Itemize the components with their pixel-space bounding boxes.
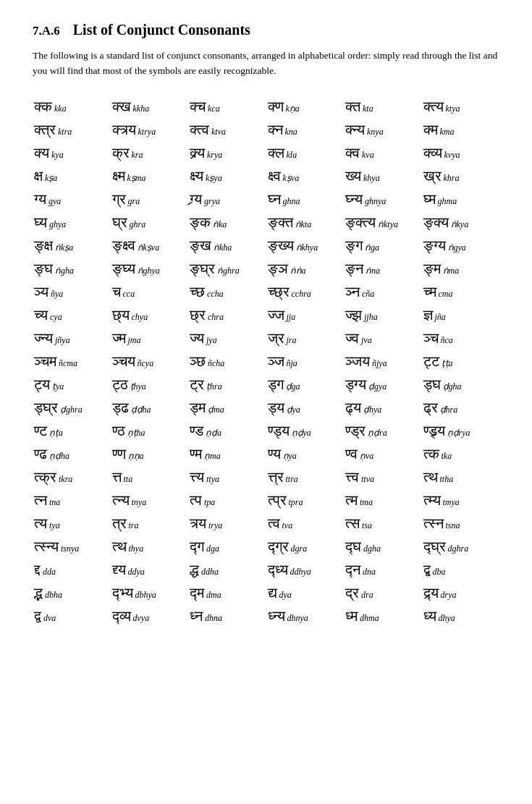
list-item: ड्गḍga [266,373,345,396]
roman-transliteration: kva [362,150,374,161]
devanagari-char: घ्न्य [345,190,363,208]
devanagari-char: छ्र [190,306,206,323]
list-item: ग्र्यgrya [188,187,266,211]
devanagari-char: क्न्य [345,121,365,138]
devanagari-char: द्ध [190,561,199,578]
devanagari-char: क्क [34,98,52,115]
devanagari-char: क्च [190,98,206,115]
devanagari-char: त्म [345,491,358,509]
list-item: ट्यṭya [33,373,111,396]
list-item: ञ्चयñcya [111,350,189,373]
devanagari-char: ङ्ञ [268,260,288,277]
list-item: त्थttha [422,465,500,488]
devanagari-char: ञ्चम [34,352,56,370]
list-item: घ्न्यghnya [344,187,422,211]
devanagari-char: ञ्न [345,283,360,300]
list-item: क्चkca [188,95,266,118]
devanagari-char: द्ध्य [268,561,288,578]
devanagari-char: त्स्न [423,515,444,532]
list-item: क्षkṣa [33,164,111,187]
roman-transliteration: dghra [448,543,469,554]
devanagari-char: ञ्छ [190,352,206,370]
roman-transliteration: jjha [364,312,378,323]
list-item: ग्रgra [111,187,189,211]
roman-transliteration: ghya [49,219,66,230]
roman-transliteration: jva [361,335,372,346]
list-item: ज्ञjña [422,303,500,326]
roman-transliteration: dba [433,567,446,577]
devanagari-char: ङ्न [345,260,363,277]
devanagari-char: द्म [190,584,204,601]
devanagari-char: ट्र [190,376,204,393]
roman-transliteration: kṣya [206,173,222,184]
list-item: ङ्घ्यṅghya [111,257,189,280]
devanagari-char: ध्न [190,607,203,625]
roman-transliteration: dhma [360,613,379,624]
roman-transliteration: tya [49,520,60,531]
devanagari-char: क्व्य [423,144,442,161]
list-item: घ्नghna [266,187,345,211]
devanagari-char: त्क्र [34,468,56,486]
roman-transliteration: kṇa [286,103,300,114]
list-item: क्ष्वkṣva [266,164,345,187]
roman-transliteration: dna [363,567,376,577]
roman-transliteration: ṅghra [217,266,240,276]
roman-transliteration: kya [51,150,64,161]
list-item: क्व्यkvya [422,141,500,164]
roman-transliteration: jma [128,335,141,346]
list-item: त्थthya [111,535,189,558]
list-item: ङ्क्षṅkṣa [33,234,111,257]
devanagari-char: त्त्र [268,468,284,486]
roman-transliteration: kca [208,103,220,114]
devanagari-char: त्थ [112,538,127,555]
list-item: क्ष्यkṣya [188,164,266,187]
devanagari-char: द्न [345,561,360,578]
list-item: क्ष्मkṣma [111,164,189,187]
roman-transliteration: tsa [362,520,372,531]
devanagari-char: ङ्क्त [268,213,293,231]
devanagari-char: च्य [34,306,48,323]
roman-transliteration: dhnya [287,613,308,624]
list-item: क्मkma [422,118,500,141]
devanagari-char: ड्म [190,399,206,416]
list-item: द्बdba [422,558,500,581]
roman-transliteration: jñya [55,335,70,346]
roman-transliteration: grya [204,196,220,207]
list-item: ङ्क्त्यṅktya [344,211,422,234]
roman-transliteration: tma [360,497,373,508]
devanagari-char: ख्य [345,167,361,185]
list-item: ढ्रḍhra [422,396,500,419]
devanagari-char: ज्य [190,329,204,347]
list-item: त्वtva [266,512,345,535]
roman-transliteration: ṅkta [295,219,312,230]
roman-transliteration: dga [206,543,219,554]
devanagari-char: द्भ [34,584,43,601]
roman-transliteration: ṅgha [55,266,74,276]
devanagari-char: ण्म [190,445,202,462]
roman-transliteration: tsna [446,520,460,531]
list-item: ड्ग्यḍgya [344,373,422,396]
list-item: त्सtsa [344,512,422,535]
devanagari-char: त्थ [423,468,438,486]
devanagari-char: ड्घ्र [34,399,58,416]
devanagari-char: त्त्व [345,468,359,486]
devanagari-char: ज्न्य [34,329,53,347]
list-item: छ्रchra [188,303,266,326]
list-item: ढ्यḍhya [344,396,422,419]
list-item: ण्यṇya [266,442,345,465]
list-item: क्लkla [266,141,345,164]
devanagari-char: क्ण [268,98,284,115]
devanagari-char: क्न [268,121,283,138]
roman-transliteration: ṇṭha [127,428,145,439]
list-item: द्घdgha [344,535,422,558]
roman-transliteration: ñya [51,289,63,300]
devanagari-char: च्म [423,283,436,300]
list-item: त्मtma [344,488,422,512]
list-item: ण्वṇva [344,442,422,465]
devanagari-char: द्द [34,561,41,578]
devanagari-char: ड्घ [423,376,441,393]
list-item: द्मdma [188,581,266,604]
devanagari-char: त्प्र [268,491,287,509]
devanagari-char: ङ्क [190,213,211,231]
list-item: ङ्घṅgha [33,257,111,280]
